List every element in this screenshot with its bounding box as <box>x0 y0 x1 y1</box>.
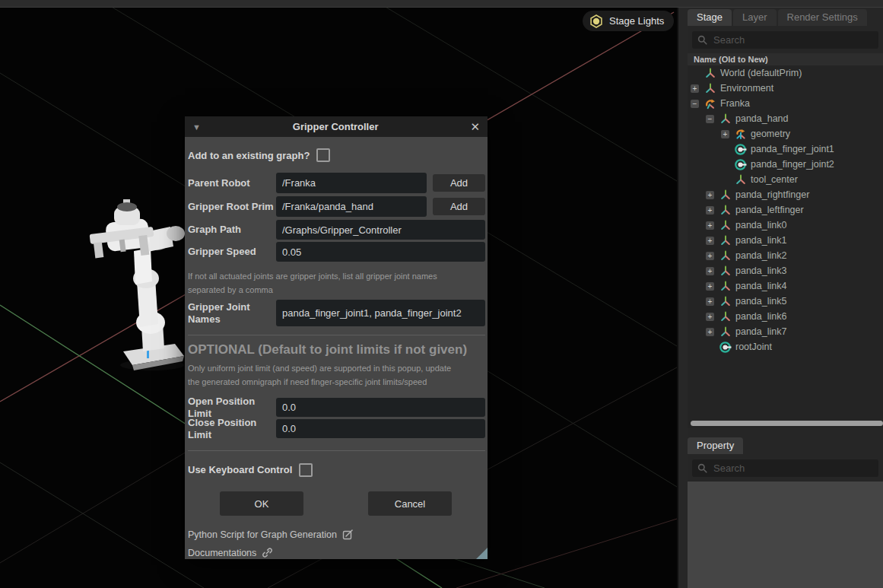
tree-item-label: panda_link1 <box>735 235 786 246</box>
expand-icon[interactable]: + <box>706 191 714 199</box>
xform-prim-icon <box>719 219 732 231</box>
tree-item-label: panda_finger_joint2 <box>751 159 834 170</box>
right-panel: Stage Layer Render Settings Name (Old to… <box>688 8 883 588</box>
tree-item-panda-link2[interactable]: +panda_link2 <box>688 248 883 263</box>
tab-stage[interactable]: Stage <box>688 9 732 26</box>
joint-prim-icon <box>719 341 732 353</box>
tree-item-panda-link0[interactable]: +panda_link0 <box>688 218 883 233</box>
tree-item-rootjoint[interactable]: rootJoint <box>688 339 883 354</box>
parent-robot-input[interactable] <box>276 173 427 193</box>
expand-icon[interactable]: + <box>706 267 714 275</box>
dialog-titlebar[interactable]: ▼ Gripper Controller ✕ <box>185 116 488 137</box>
expand-icon[interactable]: + <box>691 84 699 93</box>
tree-item-panda-finger-joint2[interactable]: panda_finger_joint2 <box>688 157 883 172</box>
xform-prim-icon <box>719 280 732 292</box>
tree-item-panda-link1[interactable]: +panda_link1 <box>688 233 883 248</box>
tree-item-world-defaultprim-[interactable]: World (defaultPrim) <box>688 65 883 81</box>
ok-button[interactable]: OK <box>220 491 303 516</box>
cancel-button[interactable]: Cancel <box>368 491 452 516</box>
gripper-root-prim-add-button[interactable]: Add <box>433 198 485 215</box>
close-icon[interactable]: ✕ <box>470 120 480 134</box>
tab-property[interactable]: Property <box>688 437 743 454</box>
use-keyboard-checkbox[interactable] <box>299 463 313 477</box>
gripper-speed-label: Gripper Speed <box>188 246 276 258</box>
gripper-controller-dialog: ▼ Gripper Controller ✕ Add to an existin… <box>185 116 488 559</box>
xform-prim-icon <box>719 113 732 125</box>
tree-item-label: Environment <box>720 83 773 94</box>
property-search-input[interactable] <box>712 462 873 475</box>
expand-icon[interactable]: + <box>706 313 714 321</box>
gripper-root-prim-input[interactable] <box>276 196 427 217</box>
panel-splitter[interactable] <box>677 8 688 588</box>
tree-item-panda-finger-joint1[interactable]: panda_finger_joint1 <box>688 141 883 157</box>
joint-names-hint: If not all actuated joints are gripper j… <box>188 270 471 297</box>
property-tab-bar: Property <box>688 437 883 454</box>
tree-item-panda-leftfinger[interactable]: +panda_leftfinger <box>688 202 883 218</box>
expand-icon[interactable]: + <box>721 130 729 138</box>
tree-item-label: geometry <box>751 129 790 139</box>
graph-path-input[interactable] <box>276 220 485 240</box>
stage-lights-button[interactable]: Stage Lights <box>583 11 674 31</box>
tree-item-label: panda_hand <box>735 113 789 124</box>
robot-prim-icon <box>704 97 716 110</box>
expand-icon[interactable]: + <box>706 282 714 291</box>
property-panel-body <box>688 482 883 588</box>
expand-icon[interactable]: + <box>706 252 714 260</box>
add-existing-checkbox[interactable] <box>316 148 330 162</box>
gripper-speed-input[interactable] <box>276 242 485 262</box>
horizontal-scrollbar[interactable] <box>691 421 883 426</box>
tree-item-panda-link7[interactable]: +panda_link7 <box>688 324 883 339</box>
parent-robot-add-button[interactable]: Add <box>433 174 485 192</box>
tree-item-panda-link5[interactable]: +panda_link5 <box>688 294 883 309</box>
tree-item-tool-center[interactable]: tool_center <box>688 172 883 187</box>
xform-prim-icon <box>719 295 732 307</box>
python-script-link[interactable]: Python Script for Graph Generation <box>188 529 485 540</box>
optional-hint: Only uniform joint limit (and speed) are… <box>188 362 453 389</box>
expand-icon[interactable]: + <box>706 237 714 245</box>
documentations-label: Documentations <box>188 548 256 558</box>
tree-item-franka[interactable]: −Franka <box>688 96 883 111</box>
collapse-icon[interactable]: ▼ <box>192 122 201 132</box>
expand-icon[interactable]: + <box>706 206 714 215</box>
open-position-limit-input[interactable] <box>276 398 485 417</box>
tab-render-settings[interactable]: Render Settings <box>778 9 867 26</box>
tree-item-label: panda_finger_joint1 <box>751 144 834 154</box>
tree-item-label: panda_link0 <box>735 220 786 230</box>
tree-item-panda-link3[interactable]: +panda_link3 <box>688 263 883 278</box>
property-search-box[interactable] <box>692 459 878 477</box>
optional-heading: OPTIONAL (Default to joint limits if not… <box>188 342 485 358</box>
tree-item-panda-rightfinger[interactable]: +panda_rightfinger <box>688 187 883 202</box>
tree-item-panda-hand[interactable]: −panda_hand <box>688 111 883 126</box>
link-icon[interactable] <box>262 547 273 558</box>
tree-column-header[interactable]: Name (Old to New) <box>688 53 883 65</box>
stage-search-input[interactable] <box>712 33 873 46</box>
tree-item-panda-link6[interactable]: +panda_link6 <box>688 309 883 324</box>
xform-prim-icon <box>719 326 732 338</box>
expander-spacer <box>721 145 729 154</box>
tree-item-environment[interactable]: +Environment <box>688 81 883 96</box>
collapse-icon[interactable]: − <box>691 100 699 108</box>
franka-robot-render <box>88 199 185 370</box>
collapse-icon[interactable]: − <box>706 115 714 123</box>
parent-robot-label: Parent Robot <box>188 177 276 189</box>
xform-prim-icon <box>704 82 716 94</box>
tab-layer[interactable]: Layer <box>733 9 777 26</box>
documentations-link[interactable]: Documentations <box>188 547 485 558</box>
expand-icon[interactable]: + <box>706 328 714 336</box>
expand-icon[interactable]: + <box>706 221 714 230</box>
stage-search-box[interactable] <box>692 31 878 49</box>
dialog-resize-grip[interactable] <box>476 548 488 559</box>
tree-item-geometry[interactable]: +geometry <box>688 126 883 141</box>
xform-prim-icon <box>719 234 732 246</box>
tree-item-label: tool_center <box>751 174 798 185</box>
expand-icon[interactable]: + <box>706 297 714 306</box>
tree-item-label: panda_rightfinger <box>735 189 809 200</box>
stage-tab-bar: Stage Layer Render Settings <box>688 8 883 26</box>
tree-item-panda-link4[interactable]: +panda_link4 <box>688 278 883 294</box>
panel-divider[interactable] <box>688 428 883 437</box>
edit-icon[interactable] <box>342 529 354 540</box>
close-position-limit-input[interactable] <box>276 419 485 438</box>
open-position-limit-label: Open Position Limit <box>188 396 276 419</box>
gripper-joint-names-input[interactable] <box>276 300 485 326</box>
search-icon <box>697 463 707 473</box>
